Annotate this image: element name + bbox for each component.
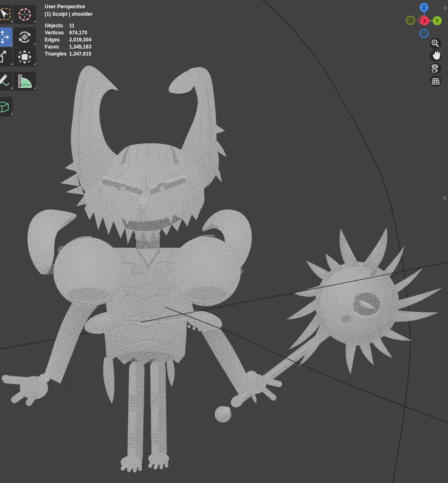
svg-text:11: 11 bbox=[69, 23, 75, 29]
svg-text:674,170: 674,170 bbox=[69, 30, 87, 36]
svg-text:Edges: Edges bbox=[45, 37, 60, 43]
svg-text:1,345,183: 1,345,183 bbox=[69, 44, 92, 50]
svg-text:2,019,304: 2,019,304 bbox=[69, 37, 92, 43]
svg-text:Z: Z bbox=[422, 5, 425, 10]
svg-text:Faces: Faces bbox=[45, 44, 59, 50]
svg-text:Vertices: Vertices bbox=[45, 30, 64, 36]
svg-text:Triangles: Triangles bbox=[45, 51, 67, 57]
svg-text:Objects: Objects bbox=[45, 23, 63, 29]
svg-text:X: X bbox=[423, 18, 426, 24]
svg-text:Y: Y bbox=[436, 18, 439, 24]
svg-text:1,347,615: 1,347,615 bbox=[69, 51, 92, 57]
svg-text:(1) Sculpt | shoulder: (1) Sculpt | shoulder bbox=[45, 11, 93, 17]
svg-text:User Perspective: User Perspective bbox=[45, 4, 85, 10]
